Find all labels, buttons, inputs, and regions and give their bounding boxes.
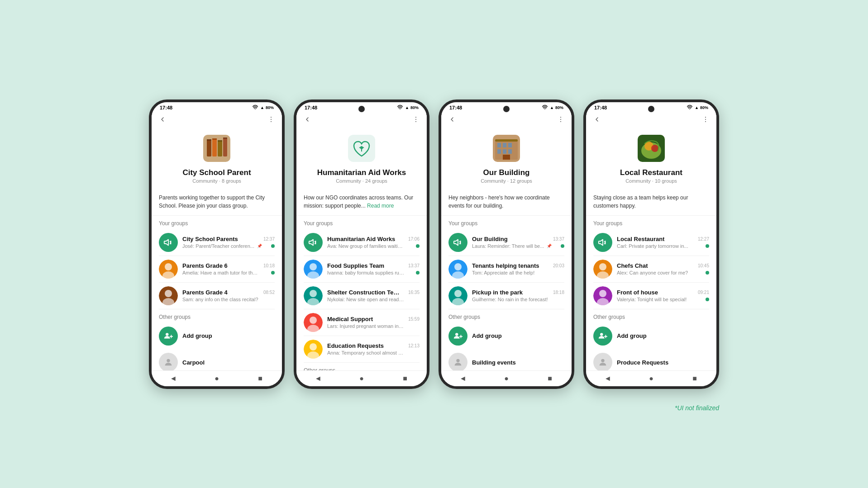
recents-nav-icon[interactable]: ■: [543, 374, 557, 383]
add-group-label: Add group: [617, 332, 647, 339]
svg-point-21: [400, 109, 401, 109]
svg-point-65: [705, 121, 706, 122]
group-time: 12:13: [408, 343, 420, 348]
home-nav-icon[interactable]: ●: [500, 374, 513, 383]
more-options-button[interactable]: [700, 116, 711, 125]
group-name-inactive: Produce Requests: [617, 359, 668, 366]
description-text: How our NGO coordinates across teams. Ou…: [304, 194, 420, 210]
back-button[interactable]: [157, 116, 168, 125]
community-meta: Community · 12 groups: [481, 178, 532, 184]
read-more-link[interactable]: Read more: [367, 203, 394, 209]
camera-notch: [358, 106, 365, 112]
group-name: Education Requests: [327, 342, 384, 349]
group-item[interactable]: Local Restaurant 12:27 Carl: Private par…: [586, 229, 716, 256]
community-profile: Local Restaurant Community · 10 groups: [586, 128, 716, 189]
other-group-item[interactable]: Building events: [441, 349, 572, 370]
group-preview: Amelia: Have a math tutor for the...: [182, 270, 259, 275]
svg-rect-52: [508, 149, 512, 154]
status-icons: ▲ 80%: [687, 105, 708, 110]
group-time: 17:06: [408, 237, 420, 242]
home-nav-icon[interactable]: ●: [355, 374, 368, 383]
group-info: Tenants helping tenants 20:03 Tom: Appre…: [472, 262, 564, 275]
recents-nav-icon[interactable]: ■: [398, 374, 412, 383]
group-name: Chefs Chat: [617, 262, 648, 269]
nav-bar: ◄ ● ■: [152, 370, 282, 386]
add-group-button[interactable]: Add group: [586, 323, 716, 349]
add-group-button[interactable]: Add group: [441, 323, 572, 349]
svg-point-74: [599, 290, 606, 297]
app-header: [152, 112, 282, 128]
back-nav-icon[interactable]: ◄: [167, 374, 180, 383]
more-options-button[interactable]: [555, 116, 566, 125]
community-profile: City School Parent Community · 8 groups: [152, 128, 282, 189]
description-text: Parents working together to support the …: [159, 194, 275, 210]
home-nav-icon[interactable]: ●: [644, 374, 658, 383]
description-text: Hey neighbors - here's how we coordinate…: [448, 194, 564, 210]
group-info: Chefs Chat 10:45 Alex: Can anyone cover …: [617, 262, 709, 275]
group-avatar: [448, 233, 467, 252]
back-button[interactable]: [302, 116, 313, 125]
svg-rect-48: [503, 143, 506, 147]
svg-point-20: [167, 359, 170, 362]
group-info: City School Parents 12:37 José: Parent/T…: [182, 236, 275, 249]
svg-point-17: [165, 290, 172, 297]
group-item[interactable]: Humanitarian Aid Works 17:06 Ava: New gr…: [296, 229, 427, 256]
wifi-icon: [397, 105, 403, 110]
group-preview: Laura: Reminder: There will be...: [472, 243, 544, 249]
group-preview: Alex: Can anyone cover for me?: [617, 270, 688, 275]
status-icons: ▲ 80%: [253, 105, 274, 110]
group-item[interactable]: Shelter Construction Team 16:35 Nykolai:…: [296, 283, 427, 309]
group-info: Produce Requests: [617, 358, 709, 366]
recents-nav-icon[interactable]: ■: [253, 374, 267, 383]
group-preview: Sam: any info on the class recital?: [182, 297, 258, 302]
other-group-item[interactable]: Produce Requests: [586, 349, 716, 370]
group-name: Pickup in the park: [472, 289, 523, 296]
description-text: Staying close as a team helps keep our c…: [593, 194, 709, 210]
back-button[interactable]: [447, 116, 458, 125]
community-name: City School Parent: [182, 168, 251, 177]
group-preview: José: Parent/Teacher conferen...: [182, 243, 254, 249]
group-info: Parents Grade 6 10:18 Amelia: Have a mat…: [182, 262, 275, 275]
more-options-button[interactable]: [266, 116, 277, 125]
signal-icon: ▲: [260, 105, 264, 110]
group-item[interactable]: Education Requests 12:13 Anna: Temporary…: [296, 336, 427, 362]
more-options-button[interactable]: [410, 116, 421, 125]
unread-dot: [561, 244, 564, 248]
unread-dot: [271, 244, 275, 248]
group-item[interactable]: City School Parents 12:37 José: Parent/T…: [152, 229, 282, 256]
back-nav-icon[interactable]: ◄: [601, 374, 615, 383]
group-info: Our Building 13:37 Laura: Reminder: Ther…: [472, 236, 564, 249]
recents-nav-icon[interactable]: ■: [688, 374, 701, 383]
svg-point-23: [415, 119, 416, 120]
other-group-item[interactable]: Carpool: [152, 349, 282, 370]
scroll-content[interactable]: Your groups City School Parents 12:37 Jo…: [152, 216, 282, 370]
unread-dot: [706, 298, 709, 301]
group-item[interactable]: Medical Support 15:59 Lars: Injured preg…: [296, 309, 427, 336]
group-item[interactable]: Tenants helping tenants 20:03 Tom: Appre…: [441, 256, 572, 282]
svg-point-41: [560, 117, 561, 118]
scroll-content[interactable]: Your groups Humanitarian Aid Works 17:06…: [296, 216, 427, 370]
status-time: 17:48: [305, 105, 317, 110]
group-item[interactable]: Chefs Chat 10:45 Alex: Can anyone cover …: [586, 256, 716, 282]
scroll-content[interactable]: Your groups Our Building 13:37 Laura: Re…: [441, 216, 572, 370]
group-item[interactable]: Our Building 13:37 Laura: Reminder: Ther…: [441, 229, 572, 256]
add-group-label: Add group: [472, 332, 502, 339]
back-nav-icon[interactable]: ◄: [456, 374, 470, 383]
add-group-button[interactable]: Add group: [152, 323, 282, 349]
group-item[interactable]: Parents Grade 4 08:52 Sam: any info on t…: [152, 283, 282, 309]
group-item[interactable]: Pickup in the park 18:18 Guilherme: No r…: [441, 283, 572, 309]
scroll-content[interactable]: Your groups Local Restaurant 12:27 Carl:…: [586, 216, 716, 370]
nav-bar: ◄ ● ■: [586, 370, 716, 386]
back-nav-icon[interactable]: ◄: [311, 374, 325, 383]
group-item[interactable]: Front of house 09:21 Valeryia: Tonight w…: [586, 283, 716, 309]
svg-point-40: [544, 109, 545, 109]
back-button[interactable]: [591, 116, 602, 125]
svg-point-34: [310, 317, 317, 324]
group-item[interactable]: Food Supplies Team 13:37 Ivanna: baby fo…: [296, 256, 427, 282]
unread-dot: [706, 244, 709, 248]
add-group-label: Add group: [182, 332, 212, 339]
home-nav-icon[interactable]: ●: [210, 374, 224, 383]
group-avatar: [448, 286, 467, 305]
group-avatar-inactive: [159, 353, 178, 370]
group-item[interactable]: Parents Grade 6 10:18 Amelia: Have a mat…: [152, 256, 282, 282]
